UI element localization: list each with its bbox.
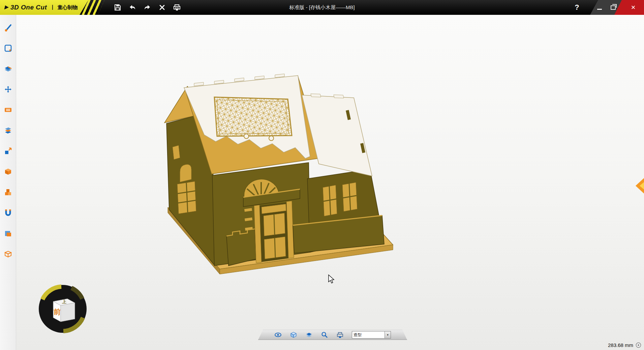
- extrude-icon: [4, 147, 12, 155]
- modeling-canvas[interactable]: [16, 15, 644, 350]
- plot-button[interactable]: [336, 331, 344, 339]
- sidebar-tool-cube[interactable]: [3, 167, 13, 176]
- logo-brand-text: 3D One Cut: [10, 4, 47, 11]
- sidebar-tool-extrude[interactable]: [3, 146, 13, 156]
- tool-sidebar: [0, 15, 16, 350]
- view-cube-top-label[interactable]: 上: [62, 299, 66, 304]
- undo-icon: [129, 4, 136, 11]
- save-button[interactable]: [113, 2, 123, 12]
- close-window-icon: ✕: [631, 4, 636, 11]
- mode-dropdown-value: 造型: [352, 331, 385, 338]
- measurement-readout: 283.68 mm: [608, 342, 641, 348]
- application-window: 3D One Cut 丨 童心制物: [0, 0, 644, 350]
- layer-icon: [4, 229, 12, 238]
- zoom-icon: [321, 331, 328, 339]
- zoom-button[interactable]: [321, 331, 328, 339]
- sidebar-tool-magnet[interactable]: [3, 208, 13, 217]
- sidebar-tool-brush[interactable]: [3, 23, 13, 32]
- logo-product-text: 童心制物: [57, 4, 78, 11]
- view-cube-front-label[interactable]: 前: [53, 308, 61, 316]
- sidebar-tool-layer[interactable]: [3, 229, 13, 238]
- sidebar-tool-sketch[interactable]: [3, 43, 13, 53]
- logo-separator: 丨: [50, 4, 55, 11]
- maximize-button[interactable]: [606, 0, 620, 15]
- visibility-icon: [274, 331, 282, 339]
- close-document-icon: [158, 4, 166, 11]
- minimize-button[interactable]: [593, 0, 606, 15]
- plot-icon: [336, 331, 344, 339]
- undo-button[interactable]: [127, 2, 137, 12]
- cube-icon: [4, 167, 12, 176]
- close-window-button[interactable]: ✕: [624, 0, 642, 15]
- app-logo: 3D One Cut 丨 童心制物: [0, 0, 105, 15]
- box-stack-icon: [4, 188, 12, 197]
- dropdown-arrow-icon[interactable]: ▾: [385, 331, 391, 338]
- sidebar-tool-sheets[interactable]: [3, 126, 13, 135]
- redo-icon: [144, 4, 151, 11]
- redo-button[interactable]: [142, 2, 152, 12]
- expand-panel-arrow[interactable]: [635, 177, 644, 195]
- mode-dropdown[interactable]: 造型 ▾: [352, 331, 391, 339]
- help-button[interactable]: ?: [571, 0, 583, 15]
- sidebar-tool-boxes[interactable]: [3, 187, 13, 197]
- shading-button[interactable]: [305, 331, 313, 339]
- sidebar-tool-package[interactable]: [3, 249, 13, 259]
- surface-icon: [4, 64, 12, 73]
- logo-flag-icon: [4, 5, 9, 9]
- visibility-button[interactable]: [274, 331, 282, 339]
- sidebar-tool-surface[interactable]: [3, 64, 13, 74]
- sheet-stack-icon: [4, 126, 12, 135]
- export-machine-icon: [173, 3, 181, 11]
- sidebar-tool-panel[interactable]: [3, 105, 13, 115]
- maximize-icon: [611, 5, 616, 10]
- brush-icon: [4, 23, 12, 32]
- magnet-icon: [4, 208, 12, 217]
- export-machine-button[interactable]: [172, 2, 182, 12]
- measure-unit-icon[interactable]: [636, 342, 641, 348]
- shading-icon: [305, 331, 313, 339]
- package-icon: [4, 250, 12, 258]
- sketch-plane-icon: [4, 44, 12, 53]
- quick-toolbar: [113, 0, 182, 15]
- panel-grid-icon: [4, 106, 12, 114]
- title-bar: 3D One Cut 丨 童心制物: [0, 0, 644, 15]
- view-cube-graphic: 上 前: [38, 284, 88, 334]
- expand-panel-arrow-icon: [635, 177, 644, 195]
- minimize-icon: [597, 9, 602, 10]
- view-toolbar: 造型 ▾: [258, 330, 407, 340]
- sidebar-tool-move[interactable]: [3, 85, 13, 94]
- view-cube-navigator[interactable]: 上 前: [38, 284, 88, 334]
- window-controls: ✕: [588, 0, 644, 15]
- viewcube-button[interactable]: [290, 331, 297, 339]
- measurement-value: 283.68 mm: [608, 342, 633, 348]
- save-icon: [114, 4, 121, 11]
- viewcube-icon: [290, 331, 297, 339]
- close-document-button[interactable]: [157, 2, 167, 12]
- move-icon: [4, 85, 12, 94]
